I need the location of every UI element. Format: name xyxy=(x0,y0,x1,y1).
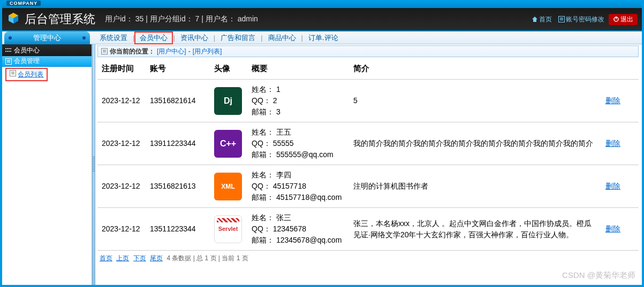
cell-summary: 姓名： 李四QQ： 45157718邮箱： 45157718@qq.com xyxy=(247,165,349,208)
company-badge: COMPANY xyxy=(6,1,41,6)
doc-icon xyxy=(10,70,16,76)
col-header: 注册时间 xyxy=(97,58,146,80)
table-row: 2023-12-1213911223344C++姓名： 王五QQ： 55555邮… xyxy=(97,122,639,165)
cell-summary: 姓名： 张三QQ： 12345678邮箱： 12345678@qq.com xyxy=(247,208,349,251)
avatar: C++ xyxy=(214,130,242,158)
menu-item-4[interactable]: 商品中心 xyxy=(263,33,301,43)
table-row: 2023-12-1213516821613XML姓名： 李四QQ： 451577… xyxy=(97,165,639,208)
page-last[interactable]: 尾页 xyxy=(150,254,163,262)
sidebar: 会员中心 会员管理 会员列表 xyxy=(2,44,92,285)
col-header: 账号 xyxy=(146,58,210,80)
doc-icon xyxy=(558,16,565,22)
page-next[interactable]: 下页 xyxy=(133,254,146,262)
cell-action: 删除 xyxy=(601,165,639,208)
avatar: Servlet xyxy=(214,215,242,243)
window-titlebar: COMPANY xyxy=(2,0,642,8)
page-first[interactable]: 首页 xyxy=(100,254,112,262)
cell-account: 13516821614 xyxy=(146,80,210,122)
cell-time: 2023-12-12 xyxy=(97,80,146,122)
table-row: 2023-12-1213516821614Dj姓名： 1QQ： 2邮箱： 35删… xyxy=(97,80,639,122)
logo-icon xyxy=(6,12,20,26)
home-icon xyxy=(532,16,538,22)
logout-button[interactable]: 退出 xyxy=(609,14,638,25)
content-area: 你当前的位置： [用户中心]-[用户列表] 注册时间账号头像概要简介 2023-… xyxy=(95,44,642,285)
cell-summary: 姓名： 王五QQ： 55555邮箱： 555555@qq.com xyxy=(247,122,349,165)
cell-avatar: C++ xyxy=(210,122,247,165)
avatar: Dj xyxy=(214,87,242,115)
page-prev[interactable]: 上页 xyxy=(116,254,129,262)
cell-time: 2023-12-12 xyxy=(97,165,146,208)
cell-avatar: Dj xyxy=(210,80,247,122)
delete-link[interactable]: 删除 xyxy=(605,96,620,105)
avatar: XML xyxy=(214,173,242,200)
menu-bar: 管理中心 系统设置|会员中心|资讯中心|广告和留言|商品中心|订单.评论 xyxy=(2,32,642,44)
cell-avatar: XML xyxy=(210,165,247,208)
user-info: 用户id： 35 | 用户分组id： 7 | 用户名： admin xyxy=(105,14,258,24)
cell-time: 2023-12-12 xyxy=(97,208,146,251)
col-header xyxy=(601,58,639,80)
menu-item-2[interactable]: 资讯中心 xyxy=(175,33,214,43)
power-icon xyxy=(613,16,619,22)
cell-intro: 张三，本名杨xxx，北京人 。起点中文网白金作者，中国作协成员。橙瓜见证·网络文… xyxy=(349,208,601,251)
admin-tab[interactable]: 管理中心 xyxy=(4,32,90,44)
cell-intro: 我的简介我的简介我的简介我的简介我的简介我的简介我的简介我的简介 xyxy=(349,122,601,165)
home-link[interactable]: 首页 xyxy=(529,14,554,25)
menu-item-3[interactable]: 广告和留言 xyxy=(215,33,261,43)
system-title: 后台管理系统 xyxy=(25,11,95,27)
cell-summary: 姓名： 1QQ： 2邮箱： 3 xyxy=(247,80,349,122)
menu-item-1[interactable]: 会员中心 xyxy=(134,32,173,44)
sidebar-section-members[interactable]: 会员管理 xyxy=(2,56,92,67)
cell-action: 删除 xyxy=(601,208,639,251)
delete-link[interactable]: 删除 xyxy=(605,224,620,233)
cell-action: 删除 xyxy=(601,122,639,165)
doc-icon xyxy=(101,48,108,55)
member-table: 注册时间账号头像概要简介 2023-12-1213516821614Dj姓名： … xyxy=(97,58,639,251)
pagination: 首页 上页 下页 尾页 4 条数据 | 总 1 页 | 当前 1 页 xyxy=(97,251,639,266)
col-header: 头像 xyxy=(210,58,247,80)
cell-account: 13516821613 xyxy=(146,165,210,208)
delete-link[interactable]: 删除 xyxy=(605,182,620,190)
cell-account: 13911223344 xyxy=(146,122,210,165)
app-header: 后台管理系统 用户id： 35 | 用户分组id： 7 | 用户名： admin… xyxy=(2,8,642,32)
col-header: 概要 xyxy=(247,58,349,80)
col-header: 简介 xyxy=(349,58,601,80)
change-password-link[interactable]: 账号密码修改 xyxy=(556,14,607,25)
sidebar-header: 会员中心 xyxy=(2,44,92,56)
menu-item-5[interactable]: 订单.评论 xyxy=(303,33,344,43)
cell-intro: 5 xyxy=(349,80,601,122)
table-row: 2023-12-1213511223344Servlet姓名： 张三QQ： 12… xyxy=(97,208,639,251)
delete-link[interactable]: 删除 xyxy=(605,139,620,148)
menu-item-0[interactable]: 系统设置 xyxy=(94,33,133,43)
page-info: 4 条数据 | 总 1 页 | 当前 1 页 xyxy=(166,254,248,262)
grid-icon xyxy=(5,48,12,52)
cell-time: 2023-12-12 xyxy=(97,122,146,165)
breadcrumb: 你当前的位置： [用户中心]-[用户列表] xyxy=(97,45,639,57)
cell-avatar: Servlet xyxy=(210,208,247,251)
sidebar-item-member-list[interactable]: 会员列表 xyxy=(5,68,48,81)
doc-icon xyxy=(5,58,12,65)
cell-action: 删除 xyxy=(601,80,639,122)
cell-account: 13511223344 xyxy=(146,208,210,251)
cell-intro: 注明的计算机图书作者 xyxy=(349,165,601,208)
